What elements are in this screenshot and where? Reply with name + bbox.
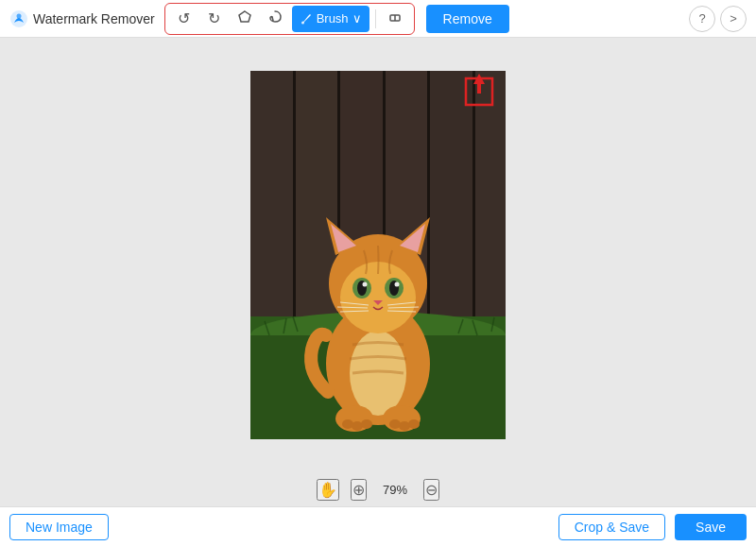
footer-right-buttons: Crop & Save Save <box>558 514 747 540</box>
svg-point-51 <box>352 421 363 431</box>
new-image-button[interactable]: New Image <box>9 514 109 540</box>
zoom-in-icon: ⊕ <box>352 482 365 498</box>
toolbar-divider <box>375 9 376 28</box>
canvas-image <box>250 71 506 439</box>
app-logo-icon <box>9 9 28 28</box>
svg-rect-16 <box>472 71 475 326</box>
svg-rect-8 <box>293 71 296 326</box>
app-logo: Watermark Remover <box>9 9 155 28</box>
lasso-select-button[interactable] <box>262 6 288 32</box>
image-container[interactable] <box>250 71 506 439</box>
svg-point-3 <box>301 21 304 24</box>
svg-marker-2 <box>239 11 250 22</box>
header-bar: Watermark Remover ↺ ↻ <box>0 0 756 38</box>
svg-point-39 <box>363 282 368 287</box>
svg-point-1 <box>17 13 22 18</box>
brush-chevron: ∨ <box>352 11 362 26</box>
remove-button[interactable]: Remove <box>426 5 509 33</box>
polygon-select-button[interactable] <box>232 6 258 32</box>
redo-button[interactable]: ↻ <box>201 6 228 32</box>
app-title: Watermark Remover <box>33 11 155 26</box>
crop-save-button[interactable]: Crop & Save <box>558 514 665 540</box>
zoom-percent-label: 79% <box>378 483 412 497</box>
redo-icon: ↻ <box>208 9 220 27</box>
svg-rect-7 <box>250 71 293 326</box>
hand-icon: ✋ <box>318 482 337 498</box>
zoom-out-icon: ⊖ <box>425 482 438 498</box>
svg-point-52 <box>361 419 372 429</box>
help-icon: ? <box>698 11 705 26</box>
zoom-out-button[interactable]: ⊖ <box>423 479 439 501</box>
forward-button[interactable]: > <box>720 6 747 32</box>
help-button[interactable]: ? <box>689 6 715 32</box>
svg-rect-17 <box>475 71 506 326</box>
tools-toolbar: ↺ ↻ Brush ∨ <box>164 3 415 35</box>
svg-point-55 <box>408 419 420 429</box>
zoom-in-button[interactable]: ⊕ <box>351 479 367 501</box>
brush-icon <box>300 12 313 26</box>
svg-point-54 <box>399 421 410 431</box>
polygon-icon <box>237 9 252 28</box>
svg-rect-58 <box>477 84 481 94</box>
zoom-bar: ✋ ⊕ 79% ⊖ <box>0 472 756 506</box>
lasso-icon <box>267 9 283 28</box>
brush-button[interactable]: Brush ∨ <box>292 6 369 32</box>
eraser-icon <box>387 9 403 28</box>
svg-point-40 <box>395 282 400 287</box>
save-button[interactable]: Save <box>675 514 747 540</box>
pan-tool-button[interactable]: ✋ <box>317 479 339 501</box>
undo-icon: ↺ <box>178 9 190 27</box>
svg-point-53 <box>389 419 401 429</box>
eraser-button[interactable] <box>382 6 408 32</box>
svg-point-50 <box>342 419 353 429</box>
brush-label: Brush <box>317 11 349 26</box>
svg-rect-14 <box>427 71 430 326</box>
svg-rect-15 <box>430 71 472 326</box>
undo-button[interactable]: ↺ <box>171 6 198 32</box>
forward-icon: > <box>730 11 737 26</box>
footer-bar: New Image Crop & Save Save <box>0 506 756 546</box>
main-canvas-area <box>0 38 756 472</box>
